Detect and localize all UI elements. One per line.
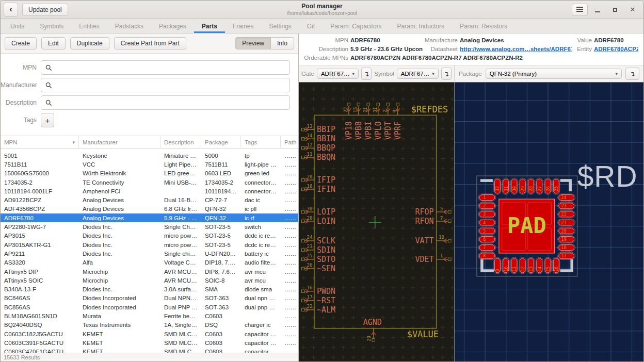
update-pool-button[interactable]: Update pool: [22, 4, 68, 16]
table-cell: …json: [281, 215, 298, 221]
datasheet-link[interactable]: http://www.analog.com…sheets/ADRF6780.pd…: [460, 46, 572, 52]
table-cell: …json: [281, 259, 298, 266]
table-cell: 7511B11: [201, 161, 241, 168]
search-form: MPN Manufacturer Description: [1, 54, 298, 136]
table-cell: QFN-32: [201, 206, 241, 212]
tab-param-resistors[interactable]: Param: Resistors: [452, 19, 515, 33]
maximize-button[interactable]: [607, 3, 623, 17]
table-cell: light-pipe me…: [241, 161, 281, 168]
table-row[interactable]: ATtinyx5 SOICMicrochipAVR MCU wit…SOIC-8…: [1, 276, 298, 285]
preview-toggle-button[interactable]: Preview: [235, 37, 271, 50]
column-header-path[interactable]: Path: [281, 136, 298, 148]
table-cell: LED green cle…: [160, 170, 201, 176]
tab-frames[interactable]: Frames: [225, 19, 262, 33]
description-search-input[interactable]: [55, 98, 285, 107]
tab-settings[interactable]: Settings: [261, 19, 299, 33]
table-cell: Dual PNP Sm…: [160, 304, 201, 310]
symbol-text: AGND: [363, 318, 382, 327]
table-cell: C0603: [201, 331, 241, 337]
goto-package-button[interactable]: ↴: [625, 68, 639, 80]
table-row[interactable]: ADF4356BCPZAnalog Devices6.8 GHz frac-…Q…: [1, 205, 298, 213]
tab-git[interactable]: Git: [299, 19, 323, 33]
table-cell: green led: [241, 170, 281, 176]
goto-symbol-button[interactable]: ↴: [441, 68, 452, 80]
table-row[interactable]: 1734035-2TE ConnectivityMini USB-B r…173…: [1, 178, 298, 187]
table-row[interactable]: C0603C470F1GACTUKEMETSMD MLCC, …C0603cap…: [1, 348, 298, 353]
column-header-mpn[interactable]: MPN▾: [1, 136, 79, 148]
close-button[interactable]: ✕: [625, 3, 640, 17]
pad-number: 19: [561, 237, 566, 242]
table-row[interactable]: B340A-13-FDiodes Inc.3.0A surface …SMAdi…: [1, 285, 298, 293]
table-row[interactable]: AP2280-1WG-7Diodes Inc.Single Chann…SOT-…: [1, 222, 298, 231]
add-tag-button[interactable]: +: [41, 113, 54, 127]
info-toggle-button[interactable]: Info: [270, 37, 294, 50]
table-cell: ADF4356BCPZ: [1, 206, 79, 212]
minimize-button[interactable]: [590, 3, 605, 17]
table-row[interactable]: 7511B11VCCLight Pipe, 3 …7511B11light-pi…: [1, 160, 298, 169]
column-header-manufacturer[interactable]: Manufacturer: [79, 136, 160, 148]
create-button[interactable]: Create: [5, 37, 37, 50]
table-row[interactable]: AS3320AlfaVoltage Contr…DIP18, 7.62 …aud…: [1, 258, 298, 267]
symbol-dropdown[interactable]: ADRF67…▾: [397, 69, 439, 79]
duplicate-button[interactable]: Duplicate: [70, 37, 109, 50]
table-cell: BLM18AG601SN1D: [1, 313, 79, 319]
table-cell: 5000: [201, 153, 241, 159]
goto-gate-button[interactable]: ↴: [361, 68, 372, 80]
manufacturer-search-input[interactable]: [55, 81, 285, 89]
column-header-package[interactable]: Package: [201, 136, 241, 148]
table-cell: Light Pipe, 3 …: [160, 161, 201, 168]
symbol-text: 14: [307, 133, 313, 138]
table-row[interactable]: BLM18AG601SN1DMurataFerrite bead, …C0603…: [1, 311, 298, 320]
table-cell: dual pnp sot-…: [241, 304, 281, 310]
column-header-tags[interactable]: Tags: [241, 136, 281, 148]
tags-label: Tags: [1, 117, 37, 124]
table-cell: Murata: [79, 313, 160, 319]
tab-units[interactable]: Units: [3, 19, 32, 33]
mpn-search-input[interactable]: [55, 63, 285, 72]
menu-button[interactable]: [572, 4, 588, 16]
table-cell: …json: [281, 286, 298, 292]
table-cell: SOT-23-5: [201, 233, 241, 239]
pad-number: 9: [495, 269, 500, 272]
symbol-preview-canvas[interactable]: 13BBIP14BBIN12BBQP11BBQN20IFIP18IFIN30LO…: [299, 82, 455, 362]
table-row[interactable]: ATtinyx5 DIPMicrochipAVR MCU wit…DIP8, 7…: [1, 267, 298, 276]
package-dropdown[interactable]: QFN-32 (Primary)▾: [486, 69, 622, 79]
table-row[interactable]: ADRF6780Analog Devices5.9 GHz - 23.…QFN-…: [1, 213, 298, 222]
tab-packages[interactable]: Packages: [151, 19, 194, 33]
table-row[interactable]: AD9122BCPZAnalog DevicesDual 16-Bit, 1…C…: [1, 195, 298, 204]
table-cell: connector usb: [241, 179, 281, 186]
table-row[interactable]: 10118194-0001LFAmphenol FCI10118194-00…c…: [1, 187, 298, 195]
pad-number: 15: [545, 267, 551, 272]
table-row[interactable]: BQ24040DSQTexas Instruments1A, Single-In…: [1, 321, 298, 330]
table-row[interactable]: AP3015AKTR-G1Diodes Inc.micro power …SOT…: [1, 240, 298, 249]
table-cell: ATtinyx5 DIP: [1, 269, 79, 275]
table-row[interactable]: BC846ASDiodes IncorporatedDual NPN sm…SO…: [1, 294, 298, 303]
back-button[interactable]: ‹: [4, 3, 18, 17]
tab-param-capacitors[interactable]: Param: Capacitors: [323, 19, 389, 33]
column-header-description[interactable]: Description: [160, 136, 201, 148]
table-header: MPN▾ManufacturerDescriptionPackageTagsPa…: [1, 136, 298, 149]
tab-symbols[interactable]: Symbols: [32, 19, 71, 33]
tab-parts[interactable]: Parts: [194, 19, 225, 33]
table-cell: dcdc ic regula…: [241, 233, 281, 239]
table-cell: …json: [281, 161, 298, 168]
pad-number: 17: [561, 253, 566, 258]
pad-number: 22: [561, 211, 566, 217]
table-row[interactable]: 5001KeystoneMiniature TH…5000tp…json: [1, 151, 298, 160]
table-row[interactable]: 150060GS75000Würth ElektronikLED green c…: [1, 169, 298, 178]
gate-dropdown[interactable]: ADRF67…▾: [317, 69, 359, 79]
entity-link[interactable]: ADRF6780ACPZN-R7: [594, 46, 638, 52]
table-cell: TE Connectivity: [79, 179, 160, 186]
package-preview-canvas[interactable]: PAD3231302928272625910111213141516123456…: [455, 82, 643, 362]
table-row[interactable]: BC856ASDiodes IncorporatedDual PNP Sm…SO…: [1, 303, 298, 311]
tab-entities[interactable]: Entities: [71, 19, 107, 33]
create-part-from-part-button[interactable]: Create Part from Part: [114, 37, 186, 50]
tab-padstacks[interactable]: Padstacks: [107, 19, 151, 33]
table-cell: CP-72-7: [201, 197, 241, 203]
table-row[interactable]: C0603C391F5GACTUKEMETSMD MLCC, …C0603cap…: [1, 338, 298, 347]
table-row[interactable]: AP9211Diodes Inc.Single chip Li-…U-DFN20…: [1, 249, 298, 258]
tab-param-inductors[interactable]: Param: Inductors: [390, 19, 452, 33]
table-row[interactable]: C0603C182J5GACTUKEMETSMD MLCC, …C0603cap…: [1, 330, 298, 338]
edit-button[interactable]: Edit: [41, 37, 66, 50]
table-row[interactable]: AP3015Diodes Inc.micro power …SOT-23-5dc…: [1, 232, 298, 240]
